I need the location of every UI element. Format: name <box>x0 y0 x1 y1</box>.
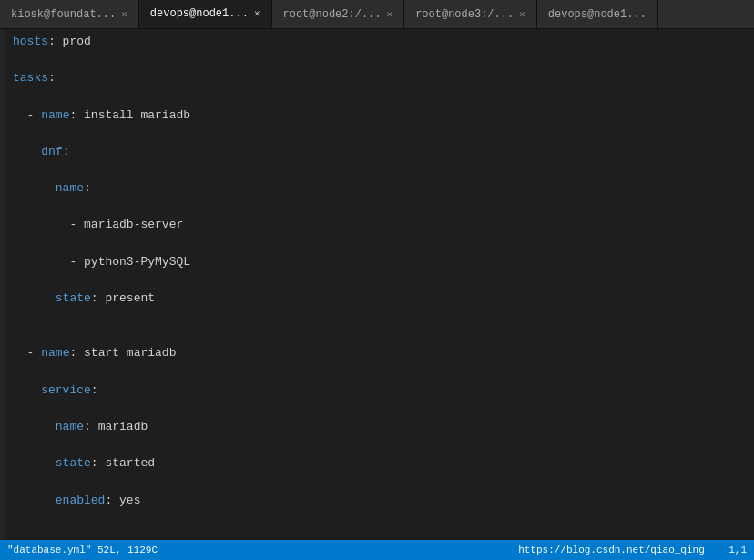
status-position: 1,1 <box>729 545 747 555</box>
tab-devops1-label: devops@node1... <box>150 7 249 20</box>
status-right-info: https://blog.csdn.net/qiao_qing 1,1 <box>518 545 747 555</box>
status-file-info: "database.yml" 52L, 1129C <box>7 545 158 555</box>
tab-bar: kiosk@foundat... ✕ devops@node1... ✕ roo… <box>0 0 754 29</box>
tab-kiosk-label: kiosk@foundat... <box>11 8 116 21</box>
tab-kiosk-close[interactable]: ✕ <box>121 8 127 20</box>
editor-area: hosts: prod tasks: - name: install maria… <box>0 29 754 540</box>
tab-root3[interactable]: root@node3:/... ✕ <box>404 0 537 28</box>
tab-root3-label: root@node3:/... <box>415 8 514 21</box>
tab-root2[interactable]: root@node2:/... ✕ <box>272 0 405 28</box>
tab-devops1[interactable]: devops@node1... ✕ <box>139 0 272 28</box>
tab-root3-close[interactable]: ✕ <box>519 8 525 20</box>
tab-devops1-close[interactable]: ✕ <box>254 7 260 19</box>
status-url: https://blog.csdn.net/qiao_qing <box>518 545 705 555</box>
tab-root2-label: root@node2:/... <box>283 8 382 21</box>
tab-devops2-label: devops@node1... <box>548 8 647 21</box>
editor-content[interactable]: hosts: prod tasks: - name: install maria… <box>5 29 754 540</box>
tab-devops2[interactable]: devops@node1... <box>537 0 658 28</box>
status-bar: "database.yml" 52L, 1129C https://blog.c… <box>0 540 754 560</box>
tab-kiosk[interactable]: kiosk@foundat... ✕ <box>0 0 139 28</box>
tab-root2-close[interactable]: ✕ <box>387 8 393 20</box>
